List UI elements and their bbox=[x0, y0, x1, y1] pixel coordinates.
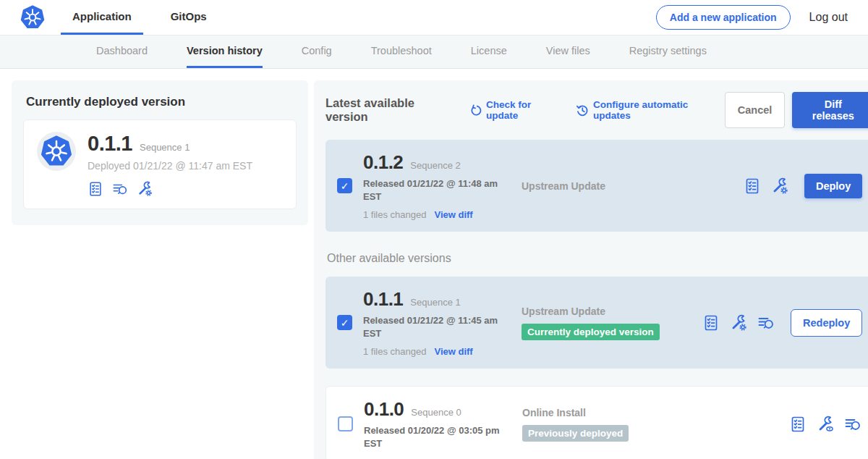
release-notes-checklist-icon[interactable] bbox=[789, 416, 807, 433]
wrench-eye-icon[interactable] bbox=[817, 416, 834, 433]
deployed-version-card: 0.1.1 Sequence 1 Deployed 01/21/22 @ 11:… bbox=[23, 119, 297, 209]
other-versions-title: Other available versions bbox=[327, 252, 868, 265]
files-changed-label: 1 files changed bbox=[363, 346, 426, 357]
top-navbar: Application GitOps Add a new application… bbox=[0, 0, 868, 35]
check-for-update-link[interactable]: Check for update bbox=[469, 99, 563, 121]
release-row-0-1-0: 0.1.0 Sequence 0 Released 01/20/22 @ 03:… bbox=[326, 386, 868, 459]
files-changed-label: 1 files changed bbox=[363, 209, 426, 220]
top-tab-gitops[interactable]: GitOps bbox=[159, 0, 218, 35]
top-tab-application[interactable]: Application bbox=[61, 0, 143, 35]
refresh-icon bbox=[469, 104, 482, 117]
tab-version-history[interactable]: Version history bbox=[187, 35, 263, 68]
kubernetes-logo-icon bbox=[41, 135, 72, 167]
release-checkbox[interactable]: ✓ bbox=[337, 178, 352, 193]
release-actions: Redeploy bbox=[702, 309, 862, 337]
checkmark-icon: ✓ bbox=[341, 180, 349, 192]
release-info: 0.1.1 Sequence 1 Released 01/21/22 @ 11:… bbox=[363, 288, 511, 357]
add-application-button[interactable]: Add a new application bbox=[656, 5, 791, 30]
release-notes-checklist-icon[interactable] bbox=[744, 177, 761, 195]
release-actions: Deploy bbox=[744, 174, 862, 198]
configure-updates-label: Configure automatic updates bbox=[593, 99, 725, 121]
currently-deployed-badge: Currently deployed version bbox=[522, 324, 660, 340]
app-avatar bbox=[37, 132, 76, 171]
release-version-number: 0.1.2 bbox=[363, 151, 403, 174]
release-timestamp: Released 01/20/22 @ 03:05 pm EST bbox=[364, 424, 503, 450]
release-info: 0.1.2 Sequence 2 Released 01/21/22 @ 11:… bbox=[363, 151, 511, 220]
release-sequence-label: Sequence 1 bbox=[410, 297, 460, 308]
checkmark-icon: ✓ bbox=[341, 317, 349, 329]
release-row-0-1-2: ✓ 0.1.2 Sequence 2 Released 01/21/22 @ 1… bbox=[326, 140, 868, 232]
release-timestamp: Released 01/21/22 @ 11:45 am EST bbox=[363, 314, 502, 340]
app-subnav: Dashboard Version history Config Trouble… bbox=[0, 35, 868, 69]
view-diff-link[interactable]: View diff bbox=[434, 346, 472, 357]
deployed-sequence-label: Sequence 1 bbox=[140, 142, 190, 153]
release-sequence-label: Sequence 2 bbox=[410, 160, 460, 171]
currently-deployed-title: Currently deployed version bbox=[26, 95, 297, 109]
clock-refresh-icon bbox=[576, 104, 589, 117]
release-actions bbox=[789, 416, 861, 433]
release-source: Upstream Update Currently deployed versi… bbox=[522, 306, 702, 340]
deployed-version-details: 0.1.1 Sequence 1 Deployed 01/21/22 @ 11:… bbox=[88, 132, 252, 197]
latest-available-title: Latest available version bbox=[326, 96, 456, 124]
tab-config[interactable]: Config bbox=[302, 35, 332, 68]
release-source-label: Upstream Update bbox=[522, 306, 702, 317]
deployed-version-number: 0.1.1 bbox=[88, 132, 132, 156]
tab-troubleshoot[interactable]: Troubleshoot bbox=[371, 35, 432, 68]
logs-search-icon[interactable] bbox=[757, 314, 775, 332]
deployed-timestamp: Deployed 01/21/22 @ 11:47 am EST bbox=[88, 160, 252, 172]
release-version-number: 0.1.0 bbox=[364, 398, 404, 421]
logs-search-icon[interactable] bbox=[112, 181, 128, 197]
release-version-number: 0.1.1 bbox=[363, 288, 403, 311]
tab-license[interactable]: License bbox=[471, 35, 507, 68]
release-source: Online Install Previously deployed bbox=[522, 407, 703, 442]
wrench-gear-icon[interactable] bbox=[771, 177, 788, 195]
release-checkbox[interactable]: ✓ bbox=[337, 315, 352, 330]
release-row-0-1-1: ✓ 0.1.1 Sequence 1 Released 01/21/22 @ 1… bbox=[326, 277, 868, 369]
cancel-button[interactable]: Cancel bbox=[725, 92, 786, 128]
release-notes-checklist-icon[interactable] bbox=[702, 314, 720, 332]
tab-view-files[interactable]: View files bbox=[546, 35, 590, 68]
check-for-update-label: Check for update bbox=[486, 99, 563, 121]
wrench-gear-icon[interactable] bbox=[730, 314, 747, 332]
main-content: Currently deployed version 0.1.1 Sequenc… bbox=[0, 69, 868, 459]
available-versions-panel: Latest available version Check for updat… bbox=[314, 80, 868, 459]
release-source-label: Upstream Update bbox=[522, 180, 702, 192]
logs-search-icon[interactable] bbox=[844, 416, 861, 433]
release-source-label: Online Install bbox=[522, 407, 703, 418]
release-info: 0.1.0 Sequence 0 Released 01/20/22 @ 03:… bbox=[364, 398, 512, 450]
release-notes-checklist-icon[interactable] bbox=[88, 181, 103, 197]
tab-registry-settings[interactable]: Registry settings bbox=[629, 35, 707, 68]
release-source: Upstream Update bbox=[522, 180, 702, 192]
release-timestamp: Released 01/21/22 @ 11:48 am EST bbox=[363, 177, 502, 203]
release-checkbox[interactable] bbox=[338, 416, 353, 431]
configure-automatic-updates-link[interactable]: Configure automatic updates bbox=[576, 99, 724, 121]
wrench-gear-icon[interactable] bbox=[137, 181, 153, 197]
previously-deployed-badge: Previously deployed bbox=[522, 425, 629, 442]
logout-button[interactable]: Log out bbox=[809, 11, 848, 24]
kubernetes-logo-icon bbox=[20, 5, 45, 30]
deploy-button[interactable]: Deploy bbox=[804, 174, 862, 198]
tab-dashboard[interactable]: Dashboard bbox=[96, 35, 148, 68]
release-sequence-label: Sequence 0 bbox=[411, 407, 461, 418]
available-versions-header: Latest available version Check for updat… bbox=[326, 92, 868, 128]
currently-deployed-card: Currently deployed version 0.1.1 Sequenc… bbox=[12, 80, 308, 225]
diff-releases-button[interactable]: Diff releases bbox=[792, 92, 868, 128]
view-diff-link[interactable]: View diff bbox=[434, 209, 472, 220]
redeploy-button[interactable]: Redeploy bbox=[791, 309, 862, 337]
